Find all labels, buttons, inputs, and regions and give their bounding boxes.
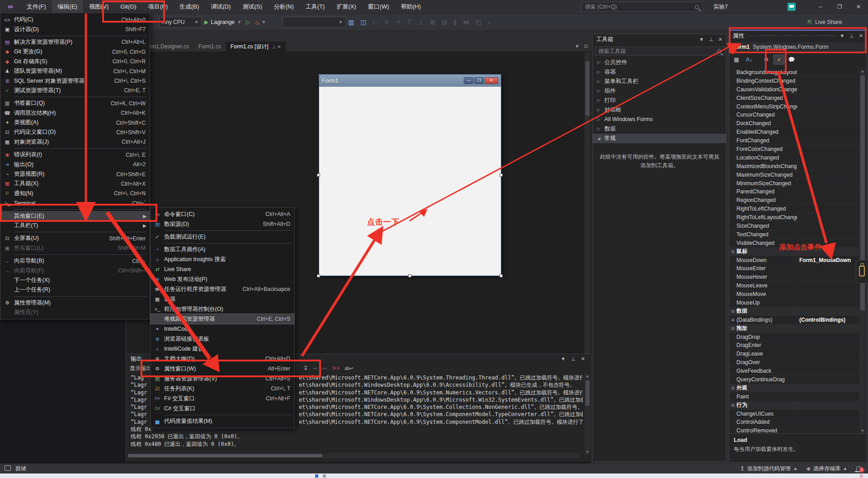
event-row[interactable]: ClientSizeChanged — [729, 94, 860, 103]
event-value[interactable] — [797, 393, 860, 401]
expander-icon[interactable]: ⊞ — [729, 318, 736, 322]
output-toolbar-icon[interactable]: ✕≡ — [332, 365, 340, 371]
menu-item[interactable]: ☑ 任务列表(K) Ctrl+\, T — [151, 384, 294, 394]
menu-item[interactable]: ⊡ 全屏幕(U) Shift+Alt+Enter ▶ — [0, 234, 150, 243]
toolbox-group[interactable]: ▷ All Windows Forms — [593, 115, 726, 124]
event-row[interactable]: Paint — [729, 393, 860, 401]
menubar-item[interactable]: 调试(D) — [205, 0, 236, 14]
output-toolbar-icon[interactable]: ↦ — [322, 365, 327, 371]
event-row[interactable]: ControlRemoved — [729, 426, 860, 434]
menubar-item[interactable]: 测试(S) — [236, 0, 268, 14]
event-value[interactable] — [797, 375, 860, 384]
event-row[interactable]: QueryContinueDrag — [729, 375, 860, 384]
menu-item[interactable]: ➔ 输出(O) Alt+2 ▶ — [0, 159, 150, 169]
event-value[interactable] — [797, 85, 860, 94]
menu-item[interactable]: ◉ 错误列表(I) Ctrl+\, E ▶ — [0, 150, 150, 159]
menu-item[interactable]: ⚐ 通知(N) Ctrl+\, Ctrl+N ▶ — [0, 189, 150, 198]
menu-item[interactable]: ▶ — [0, 230, 150, 234]
output-hscrollbar[interactable] — [128, 453, 580, 458]
chevron-down-icon[interactable]: ▼ — [237, 20, 241, 24]
maximize-button[interactable]: ❐ — [830, 0, 849, 14]
close-icon[interactable]: ✕ — [859, 33, 863, 39]
event-value[interactable] — [797, 119, 860, 127]
event-value[interactable] — [797, 273, 860, 281]
event-row[interactable]: RightToLeftChanged — [729, 205, 860, 213]
event-row[interactable]: CausesValidationChanged — [729, 85, 860, 94]
close-button[interactable]: ✕ — [849, 0, 868, 14]
menubar-item[interactable]: 项目(P) — [142, 0, 174, 14]
event-row[interactable]: MaximizedBoundsChanged — [729, 162, 860, 171]
properties-object-combo[interactable]: Form1 System.Windows.Forms.Form — [729, 42, 867, 52]
output-toolbar-icon[interactable]: ↤ — [313, 365, 317, 371]
menu-item[interactable]: ▣ 所有窗口(L) Shift+Alt+M ▶ — [0, 244, 150, 253]
expander-icon[interactable]: ⊟ — [729, 326, 736, 331]
event-value[interactable] — [797, 410, 860, 418]
event-row[interactable]: ⊟ 数据 — [729, 307, 860, 316]
event-value[interactable] — [797, 333, 860, 341]
menu-item[interactable]: ◆ Git 存储库(S) Ctrl+0, Ctrl+R ▶ — [0, 57, 150, 66]
minimize-button[interactable]: ─ — [811, 0, 830, 14]
alphabetical-sort-icon[interactable]: A↓ — [744, 55, 755, 65]
event-row[interactable]: MouseEnter — [729, 264, 860, 273]
menu-item[interactable]: ≣ SQL Server 对象资源管理器 Ctrl+\, Ctrl+S ▶ — [0, 76, 150, 85]
menu-item[interactable]: ✓ 负载测试运行(E) — [151, 232, 294, 242]
event-value[interactable] — [797, 222, 860, 230]
toolbox-group[interactable]: ▷ 数据 — [593, 124, 726, 134]
event-row[interactable]: FontChanged — [729, 136, 860, 145]
event-row[interactable]: EnabledChanged — [729, 128, 860, 136]
toolbar-icon[interactable]: ⊞ — [430, 17, 435, 28]
event-value[interactable] — [797, 171, 860, 179]
menu-item[interactable]: ☼ IntelliCode 建议 — [151, 344, 294, 354]
event-value[interactable] — [797, 264, 860, 272]
toolbox-group[interactable]: ▷ 对话框 — [593, 105, 726, 115]
event-row[interactable]: ⊟ 拖放 — [729, 324, 860, 333]
event-row[interactable]: ParentChanged — [729, 187, 860, 196]
toolbar-icon[interactable]: ⌕ — [488, 17, 491, 28]
live-share-button[interactable]: ⇱ Live Share — [807, 16, 842, 28]
menu-item[interactable]: ▶ — [0, 34, 150, 37]
event-value[interactable] — [797, 342, 860, 350]
menu-item[interactable]: ≣ 文档大纲(D) Ctrl+Alt+D — [151, 354, 294, 364]
menu-item[interactable]: <> 代码(C) Ctrl+Alt+0 ▶ — [0, 15, 150, 24]
event-row[interactable]: MinimumSizeChanged — [729, 179, 860, 188]
menu-item[interactable]: ♟ 团队资源管理器(M) Ctrl+\, Ctrl+M ▶ — [0, 66, 150, 76]
selection-handle[interactable] — [500, 173, 503, 177]
event-value[interactable] — [797, 358, 860, 366]
menu-item[interactable]: ◆ Git 更改(G) Ctrl+0, Ctrl+G ▶ — [0, 47, 150, 56]
close-icon[interactable]: ✕ — [718, 37, 722, 42]
expander-icon[interactable]: ⊟ — [729, 386, 736, 390]
usb-device-flyout[interactable] — [856, 260, 868, 283]
toolbox-group[interactable]: ▷ 组件 — [593, 86, 726, 96]
event-row[interactable]: SizeChanged — [729, 222, 860, 230]
menu-item[interactable]: F# F# 交互窗口 Ctrl+Alt+F — [151, 394, 294, 403]
menubar-item[interactable]: 扩展(X) — [330, 0, 362, 14]
event-row[interactable]: VisibleChanged — [729, 239, 860, 248]
menu-item[interactable]: 属性页(Y) ▶ — [0, 308, 150, 317]
toolbox-group[interactable]: ▷ 菜单和工具栏 — [593, 77, 726, 86]
event-value[interactable] — [797, 68, 860, 76]
menubar-item[interactable]: 文件(F) — [21, 0, 52, 14]
expander-icon[interactable]: ⊟ — [729, 249, 736, 254]
menu-item[interactable]: ◔ 资源视图(R) Ctrl+Shift+E ▶ — [0, 169, 150, 179]
event-value[interactable] — [797, 136, 860, 145]
event-row[interactable]: ⊟ 行为 — [729, 401, 860, 410]
menu-item[interactable]: ▣ 设计器(D) Shift+F7 ▶ — [0, 24, 150, 34]
event-row[interactable]: MaximumSizeChanged — [729, 171, 860, 179]
event-row[interactable]: ⊟ 鼠标 — [729, 248, 860, 256]
events-grid[interactable]: BackgroundImageLayoutChanged BindingCont… — [729, 68, 860, 434]
event-row[interactable]: MouseLeave — [729, 281, 860, 290]
designer-scrollbar[interactable] — [585, 52, 590, 375]
start-debug-icon[interactable]: ▶ — [204, 19, 208, 25]
event-value[interactable] — [797, 179, 860, 187]
taskbar-app-icon[interactable] — [323, 474, 326, 478]
menu-item[interactable]: ☼ Application Insights 搜索 — [151, 254, 294, 264]
start-without-debug-icon[interactable]: ▷ — [246, 19, 250, 25]
selection-handle[interactable] — [500, 274, 503, 277]
chevron-down-icon[interactable]: ▼ — [840, 33, 844, 39]
chevron-down-icon[interactable]: ▼ — [699, 37, 704, 42]
menu-item[interactable]: ▅ 代码度量值结果(M) — [151, 416, 294, 426]
toolbar-icon[interactable]: ◫ — [360, 17, 366, 28]
event-row[interactable]: DragLeave — [729, 350, 860, 358]
event-value[interactable] — [797, 103, 860, 111]
expander-icon[interactable]: ⊟ — [729, 309, 736, 314]
